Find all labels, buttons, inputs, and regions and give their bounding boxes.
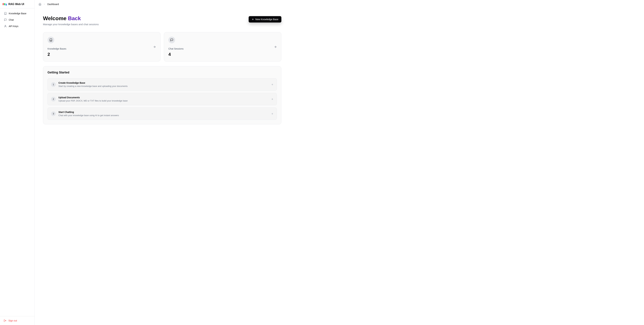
sidebar-item-chat[interactable]: Chat [2,17,33,23]
stat-value: 4 [168,52,184,57]
stat-label: Knowledge Bases [48,47,66,50]
chevron-right-icon [43,3,45,5]
stat-value: 2 [48,52,66,57]
stat-label: Chat Sessions [168,47,184,50]
book-icon [4,12,7,15]
stat-icon-wrap [48,37,54,43]
getting-started-title: Getting Started [48,71,277,74]
step-start-chatting[interactable]: 3 Start Chatting Chat with your knowledg… [48,108,277,120]
page-title: Welcome Back [43,15,99,22]
stat-icon-wrap [168,37,175,43]
step-body: Upload Documents Upload your PDF, DOCX, … [58,96,268,102]
signout-icon [4,319,6,322]
step-body: Start Chatting Chat with your knowledge … [58,111,268,117]
svg-rect-2 [6,4,7,5]
svg-point-3 [5,25,6,26]
page-header: Welcome Back Manage your knowledge bases… [43,15,281,26]
topbar: Dashboard [34,0,644,9]
new-kb-label: New Knowledge Base [255,18,278,21]
step-upload-documents[interactable]: 2 Upload Documents Upload your PDF, DOCX… [48,93,277,105]
step-title: Start Chatting [58,111,268,113]
main-content: Dashboard Welcome Back Manage your knowl… [34,0,644,325]
sidebar-item-knowledge-base[interactable]: Knowledge Base [2,11,33,17]
sidebar-item-api-keys[interactable]: API Keys [2,23,33,29]
step-number: 1 [51,82,56,87]
step-desc: Chat with your knowledge base using AI t… [58,114,268,117]
signout-button[interactable]: Sign out [2,318,33,323]
step-title: Create Knowledge Base [58,82,268,84]
breadcrumb-current: Dashboard [47,3,59,6]
welcome-back-text: Back [68,15,81,21]
chat-icon [170,39,173,42]
stat-card-chat-sessions[interactable]: Chat Sessions 4 [164,32,281,62]
arrow-right-icon [271,83,273,86]
signout-label: Sign out [8,319,17,322]
user-icon [4,25,7,28]
stats-row: Knowledge Bases 2 [43,32,281,62]
nav-label: API Keys [9,25,18,28]
home-icon[interactable] [38,3,41,6]
nav-label: Chat [9,19,14,21]
app-title: RAG Web UI [8,3,24,6]
new-knowledge-base-button[interactable]: New Knowledge Base [249,16,281,23]
step-number: 3 [51,111,56,116]
sidebar-nav: Knowledge Base Chat API [0,9,34,316]
arrow-right-icon [274,45,277,48]
svg-rect-0 [3,3,4,5]
arrow-right-icon [271,113,273,115]
sidebar-header: RAG Web UI [0,0,34,9]
nav-label: Knowledge Base [9,12,26,15]
svg-rect-1 [4,3,5,5]
book-icon [49,39,52,42]
chat-icon [4,19,7,21]
page-subtitle: Manage your knowledge bases and chat ses… [43,23,99,26]
getting-started: Getting Started 1 Create Knowledge Base … [43,66,281,124]
arrow-right-icon [153,45,156,48]
plus-icon [252,18,254,21]
step-desc: Upload your PDF, DOCX, MD or TXT files t… [58,100,268,102]
sidebar-footer: Sign out [0,316,34,325]
stat-body: Chat Sessions 4 [168,37,184,57]
step-number: 2 [51,97,56,102]
app-logo [3,2,7,6]
step-create-knowledge-base[interactable]: 1 Create Knowledge Base Start by creatin… [48,78,277,91]
welcome-text: Welcome [43,15,68,21]
step-title: Upload Documents [58,96,268,99]
sidebar: RAG Web UI Knowledge Base [0,0,34,325]
step-body: Create Knowledge Base Start by creating … [58,82,268,87]
stat-card-knowledge-bases[interactable]: Knowledge Bases 2 [43,32,160,62]
step-desc: Start by creating a new knowledge base a… [58,85,268,87]
page-title-block: Welcome Back Manage your knowledge bases… [43,15,99,26]
arrow-right-icon [271,98,273,100]
content: Welcome Back Manage your knowledge bases… [34,9,290,131]
stat-body: Knowledge Bases 2 [48,37,66,57]
